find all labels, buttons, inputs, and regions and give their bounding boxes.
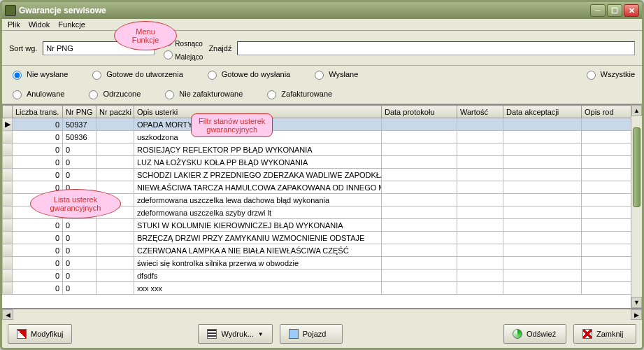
table-row[interactable]: 00zdeformowana uszczelka lewa dachowa bł… xyxy=(3,194,642,206)
row-marker-icon xyxy=(3,257,13,270)
table-row[interactable]: 00CZERWOANA LAMPKA A NIE BIAŁA NIEWŁAŚCI… xyxy=(3,244,642,257)
grid: Liczba trans. Nr PNG Nr paczki Opis uste… xyxy=(2,104,642,309)
col-paczka[interactable]: Nr paczki xyxy=(96,106,134,118)
scroll-right-icon[interactable]: ▶ xyxy=(631,309,642,320)
toolbar: Sort wg. Rosnąco Malejąco Znajdź Menu Fu… xyxy=(2,31,642,66)
filter-anulowane[interactable]: Anulowane xyxy=(9,88,64,99)
window: Gwarancje serwisowe ─ ☐ ✕ Plik Widok Fun… xyxy=(0,0,644,350)
table-row[interactable]: ▶050937OPADA MORTYZATORKI xyxy=(3,118,642,131)
bottombar: Modyfikuj Wydruk...▼ Pojazd Odśwież Zamk… xyxy=(2,320,642,348)
cell-wartosc xyxy=(457,257,503,270)
scroll-thumb[interactable] xyxy=(633,127,641,207)
menu-view[interactable]: Widok xyxy=(29,20,50,29)
close-button[interactable]: ✕ xyxy=(624,4,639,17)
cell-data-akc xyxy=(503,156,582,169)
row-marker-icon xyxy=(3,194,13,206)
cell-png: 0 xyxy=(63,219,96,232)
cell-liczba: 0 xyxy=(13,181,63,194)
cell-liczba: 0 xyxy=(13,206,63,219)
sort-combo[interactable] xyxy=(43,41,155,55)
table-row[interactable]: 00NIEWŁAŚCIWA TARCZA HAMULCOWA ZAPAKOWAN… xyxy=(3,181,642,194)
sort-desc[interactable]: Malejąco xyxy=(160,48,203,61)
col-liczba[interactable]: Liczba trans. xyxy=(13,106,63,118)
modify-button[interactable]: Modyfikuj xyxy=(8,324,72,344)
cell-wartosc xyxy=(457,282,503,295)
minimize-button[interactable]: ─ xyxy=(590,4,606,17)
cell-wartosc xyxy=(457,118,503,131)
cell-wartosc xyxy=(457,156,503,169)
cell-png: 0 xyxy=(63,144,96,156)
cell-png: 50937 xyxy=(63,118,96,131)
filter-gotowe-wys[interactable]: Gotowe do wysłania xyxy=(204,69,290,80)
cell-liczba: 0 xyxy=(13,244,63,257)
scroll-track[interactable] xyxy=(13,309,631,320)
close-button-bottom[interactable]: Zamknij xyxy=(573,324,636,344)
col-wartosc[interactable]: Wartość xyxy=(457,106,503,118)
filter-gotowe-utw[interactable]: Gotowe do utworzenia xyxy=(89,69,183,80)
table-row[interactable]: 00dfsdfs xyxy=(3,270,642,282)
cell-paczka xyxy=(96,169,134,181)
maximize-button[interactable]: ☐ xyxy=(607,4,622,17)
sort-asc[interactable]: Rosnąco xyxy=(160,35,203,48)
menu-file[interactable]: Plik xyxy=(8,20,20,29)
menu-functions[interactable]: Funkcje xyxy=(58,20,85,29)
cell-data-prot xyxy=(382,206,457,219)
col-data-akc[interactable]: Data akceptacji xyxy=(503,106,582,118)
cell-data-akc xyxy=(503,282,582,295)
vertical-scrollbar[interactable]: ▲ ▼ xyxy=(631,105,642,308)
table-row[interactable]: 00BRZĘCZĄ DRZWI PRZY ZAMYKANIU WZMOCNIEN… xyxy=(3,232,642,244)
cell-data-akc xyxy=(503,219,582,232)
cell-png: 0 xyxy=(63,206,96,219)
cell-opis: dfsdfs xyxy=(134,270,382,282)
col-opis[interactable]: Opis usterki xyxy=(134,106,382,118)
cell-paczka xyxy=(96,232,134,244)
sort-label: Sort wg. xyxy=(9,44,37,52)
cell-opis: NIEWŁAŚCIWA TARCZA HAMULCOWA ZAPAKOWANA … xyxy=(134,181,382,194)
table-row[interactable]: 050936uszkodzona xyxy=(3,131,642,144)
table-row[interactable]: 00świeci się kontrolka silnika przerwa w… xyxy=(3,257,642,270)
filter-wyslane[interactable]: Wysłane xyxy=(311,69,358,80)
table-row[interactable]: 00ROSIEJĄCY REFLEKTOR PP BŁĄD WYKONANIA xyxy=(3,144,642,156)
scroll-up-icon[interactable]: ▲ xyxy=(631,105,642,116)
cell-opis: zdeformowana uszczelka szyby drzwi lt xyxy=(134,206,382,219)
grid-table[interactable]: Liczba trans. Nr PNG Nr paczki Opis uste… xyxy=(2,105,642,295)
table-row[interactable]: 00xxx xxx xyxy=(3,282,642,295)
cell-data-akc xyxy=(503,257,582,270)
table-row[interactable]: 00SCHODZI LAKIER Z PRZEDNIEGO ZDERZAKA W… xyxy=(3,169,642,181)
horizontal-scrollbar[interactable]: ◀ ▶ xyxy=(2,309,642,320)
table-row[interactable]: 00zdeformowana uszczelka szyby drzwi lt xyxy=(3,206,642,219)
cell-data-akc xyxy=(503,244,582,257)
filter-odrzucone[interactable]: Odrzucone xyxy=(85,88,141,99)
scroll-down-icon[interactable]: ▼ xyxy=(631,297,642,308)
find-input[interactable] xyxy=(237,41,635,55)
cell-data-prot xyxy=(382,169,457,181)
table-row[interactable]: 00LUZ NA ŁOŻYSKU KOŁA PP BŁĄD WYKONANIA xyxy=(3,156,642,169)
cell-png: 0 xyxy=(63,257,96,270)
col-data-prot[interactable]: Data protokołu xyxy=(382,106,457,118)
cell-liczba: 0 xyxy=(13,219,63,232)
print-icon xyxy=(207,329,217,339)
edit-icon xyxy=(17,329,27,339)
filter-nie-zafakt[interactable]: Nie zafakturowane xyxy=(162,88,243,99)
vehicle-button[interactable]: Pojazd xyxy=(280,324,343,344)
car-icon xyxy=(289,329,299,339)
print-button[interactable]: Wydruk...▼ xyxy=(198,324,272,344)
table-row[interactable]: 00STUKI W KOLUMNIE KIEROWNICZEJ BŁĄD WYK… xyxy=(3,219,642,232)
chevron-down-icon: ▼ xyxy=(258,331,264,337)
cell-data-prot xyxy=(382,244,457,257)
col-png[interactable]: Nr PNG xyxy=(63,106,96,118)
close-icon xyxy=(582,329,592,339)
filter-wszystkie[interactable]: Wszystkie xyxy=(583,69,636,80)
filter-zafakt[interactable]: Zafakturowane xyxy=(264,88,332,99)
refresh-button[interactable]: Odśwież xyxy=(503,324,566,344)
cell-wartosc xyxy=(457,194,503,206)
cell-data-prot xyxy=(382,131,457,144)
cell-data-akc xyxy=(503,194,582,206)
cell-data-prot xyxy=(382,156,457,169)
filter-nie-wyslane[interactable]: Nie wysłane xyxy=(9,69,68,80)
cell-data-akc xyxy=(503,144,582,156)
scroll-left-icon[interactable]: ◀ xyxy=(2,309,13,320)
row-marker-icon: ▶ xyxy=(3,118,13,131)
cell-png: 0 xyxy=(63,270,96,282)
cell-data-akc xyxy=(503,131,582,144)
